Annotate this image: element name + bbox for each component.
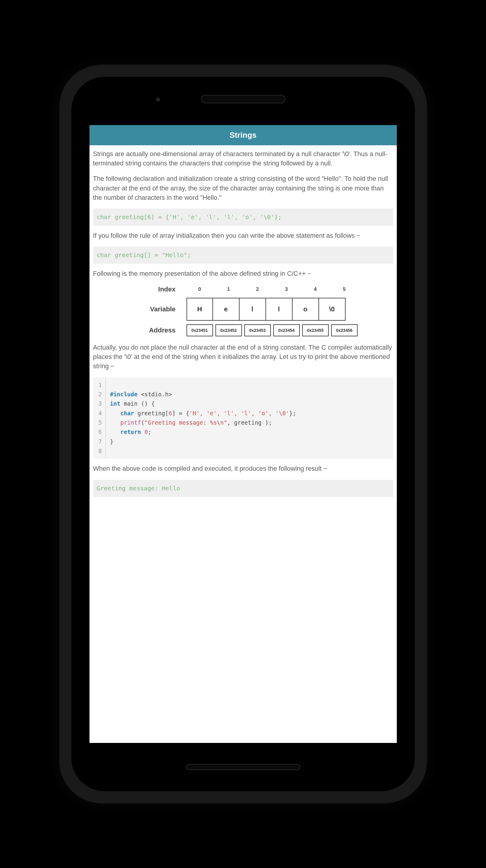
kw-char: char [120, 410, 134, 416]
memory-diagram: Index 0 1 2 3 4 5 Variable H [93, 284, 393, 336]
intro-paragraph: Strings are actually one-dimensional arr… [93, 150, 393, 168]
index-cell: 1 [216, 286, 242, 293]
index-cell: 5 [331, 286, 358, 293]
output-intro-paragraph: When the above code is compiled and exec… [93, 464, 393, 473]
line-number: 7 [99, 437, 102, 446]
memory-index-row: Index 0 1 2 3 4 5 [93, 284, 393, 294]
address-label: Address [93, 326, 187, 335]
code-text: }; [289, 410, 296, 416]
address-cell: 0x23456 [331, 324, 358, 336]
front-camera [156, 97, 160, 101]
speaker-top [201, 95, 285, 103]
line-number: 5 [99, 418, 102, 427]
address-cell: 0x23454 [273, 324, 300, 336]
memory-address-row: Address 0x23451 0x23452 0x23453 0x23454 … [93, 324, 393, 336]
variable-label: Variable [93, 304, 187, 314]
code-text: <stdio.h> [137, 391, 172, 398]
code-text: greeting[ [134, 410, 168, 416]
variable-cell: l [239, 298, 266, 321]
index-cell: 2 [245, 286, 271, 293]
compiler-note-paragraph: Actually, you do not place the null char… [93, 343, 393, 371]
code-snippet-declaration-array: char greeting[6] = {'H', 'e', 'l', 'l', … [93, 209, 393, 226]
variable-cell: H [187, 298, 213, 321]
code-text: ] = { [172, 410, 189, 416]
code-line: } [110, 438, 113, 445]
article-content[interactable]: Strings are actually one-dimensional arr… [90, 145, 397, 501]
address-cell: 0x23453 [245, 324, 271, 336]
title-bar: Strings [90, 125, 397, 145]
fn-printf: printf [120, 419, 141, 426]
app-screen[interactable]: Strings Strings are actually one-dimensi… [90, 125, 397, 743]
phone-bezel: Strings Strings are actually one-dimensi… [71, 77, 415, 791]
line-number: 6 [99, 427, 102, 437]
index-cell: 0 [187, 286, 213, 293]
kw-return: return [120, 429, 141, 435]
phone-frame: Strings Strings are actually one-dimensi… [59, 65, 427, 803]
code-text [141, 429, 144, 435]
line-number: 2 [99, 390, 102, 399]
line-number: 4 [99, 409, 102, 418]
code-lines: #include <stdio.h> int main () { char gr… [106, 377, 300, 459]
index-label: Index [93, 284, 187, 294]
address-cell: 0x23451 [187, 324, 213, 336]
code-text: , greeting ); [227, 419, 272, 426]
line-number: 3 [99, 399, 102, 408]
code-snippet-declaration-literal: char greeting[] = "Hello"; [93, 247, 393, 264]
char-literals: 'H', 'e', 'l', 'l', 'o', '\0' [189, 410, 289, 416]
code-text: main () { [120, 400, 155, 407]
kw-include: #include [110, 391, 138, 398]
page-title: Strings [230, 130, 257, 140]
output-block: Greeting message: Hello [93, 480, 393, 497]
declaration-intro-paragraph: The following declaration and initializa… [93, 174, 393, 203]
code-text: ( [141, 419, 144, 426]
code-block-example: 1 2 3 4 5 6 7 8 #include <stdio.h> int m… [93, 377, 393, 459]
address-cell: 0x23455 [302, 324, 329, 336]
kw-int: int [110, 400, 120, 407]
index-cell: 3 [273, 286, 300, 293]
address-cell: 0x23452 [216, 324, 242, 336]
line-number: 1 [99, 380, 102, 390]
index-cell: 4 [302, 286, 329, 293]
memory-intro-paragraph: Following is the memory presentation of … [93, 269, 393, 278]
variable-cell: o [293, 298, 319, 321]
code-text: ; [148, 429, 151, 435]
speaker-bottom [186, 764, 300, 770]
alt-init-paragraph: If you follow the rule of array initiali… [93, 231, 393, 241]
memory-variable-row: Variable H e l l o \0 [93, 298, 393, 321]
line-numbers: 1 2 3 4 5 6 7 8 [93, 377, 106, 459]
line-number: 8 [99, 446, 102, 456]
variable-cell: e [213, 298, 239, 321]
num: 6 [168, 410, 172, 416]
string-literal: "Greeting message: %s\n" [144, 419, 227, 426]
variable-cell: l [266, 298, 293, 321]
num-zero: 0 [144, 429, 148, 435]
variable-cell: \0 [319, 298, 346, 321]
